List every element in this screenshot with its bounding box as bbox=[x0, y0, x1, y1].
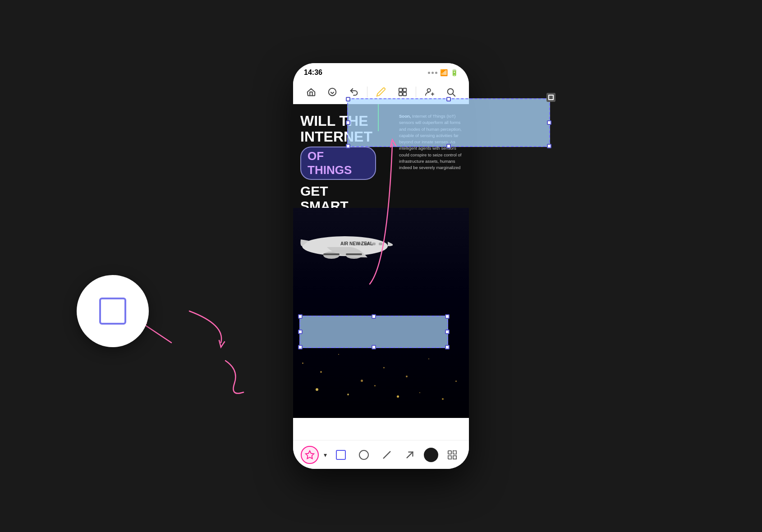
handle-bottom-left[interactable] bbox=[346, 144, 350, 148]
dropdown-button[interactable] bbox=[324, 84, 340, 100]
svg-line-19 bbox=[384, 451, 390, 458]
circle-shape-icon bbox=[359, 450, 369, 460]
status-time: 14:36 bbox=[304, 69, 322, 77]
svg-point-0 bbox=[329, 88, 336, 96]
square-shape-icon bbox=[99, 298, 126, 325]
signal-dot-2 bbox=[431, 72, 434, 74]
svg-rect-14 bbox=[379, 243, 382, 245]
translate-button[interactable] bbox=[395, 84, 411, 100]
floating-square-icon-circle bbox=[77, 275, 149, 347]
select-tool-button[interactable] bbox=[443, 446, 461, 464]
svg-rect-17 bbox=[346, 253, 362, 255]
svg-rect-4 bbox=[403, 92, 406, 96]
battery-icon: 🔋 bbox=[450, 69, 458, 76]
svg-line-20 bbox=[407, 452, 413, 458]
signal-dots bbox=[428, 72, 437, 74]
sel-handle-ml[interactable] bbox=[298, 330, 303, 334]
rectangle-tool-button[interactable] bbox=[332, 446, 350, 464]
sel-handle-tl[interactable] bbox=[298, 314, 303, 319]
home-button[interactable] bbox=[303, 84, 319, 100]
status-icons: 📶 🔋 bbox=[428, 69, 458, 76]
selection-box-right[interactable] bbox=[347, 98, 550, 147]
svg-rect-21 bbox=[448, 450, 451, 454]
toolbar-dropdown-arrow[interactable]: ▾ bbox=[324, 451, 327, 459]
sel-handle-mt[interactable] bbox=[372, 314, 376, 319]
pencil-button[interactable] bbox=[373, 84, 389, 100]
fill-color-button[interactable] bbox=[424, 448, 438, 462]
handle-bottom-right[interactable] bbox=[547, 144, 551, 148]
line-tool-button[interactable] bbox=[378, 446, 396, 464]
handle-mid-left[interactable] bbox=[346, 120, 350, 125]
selection-box-bottom[interactable] bbox=[299, 316, 448, 348]
rectangle-shape-icon bbox=[336, 450, 346, 460]
city-lights bbox=[293, 283, 469, 418]
add-person-button[interactable] bbox=[422, 84, 438, 100]
sel-handle-br[interactable] bbox=[445, 345, 450, 349]
svg-rect-16 bbox=[323, 253, 340, 255]
svg-line-7 bbox=[453, 94, 455, 96]
arrow-tool-button[interactable] bbox=[401, 446, 419, 464]
nav-separator-2 bbox=[416, 87, 416, 97]
handle-mid-top[interactable] bbox=[446, 97, 451, 101]
headline-of-things: OF THINGS bbox=[300, 147, 376, 180]
wifi-icon: 📶 bbox=[440, 69, 448, 76]
sel-handle-mb[interactable] bbox=[372, 345, 376, 349]
signal-dot-3 bbox=[435, 72, 437, 74]
signal-dot-1 bbox=[428, 72, 430, 74]
nav-separator-1 bbox=[367, 87, 367, 97]
circle-tool-button[interactable] bbox=[355, 446, 373, 464]
status-bar: 14:36 📶 🔋 bbox=[293, 63, 469, 80]
svg-rect-3 bbox=[399, 92, 402, 96]
search-button[interactable] bbox=[443, 84, 459, 100]
airplane-image: AIR NEW ZEAL bbox=[295, 215, 395, 278]
svg-rect-1 bbox=[399, 88, 402, 92]
handle-mid-bottom[interactable] bbox=[446, 144, 451, 148]
background-area: AIR NEW ZEAL bbox=[293, 208, 469, 418]
sel-handle-bl[interactable] bbox=[298, 345, 303, 349]
svg-marker-18 bbox=[306, 450, 314, 458]
sel-handle-tr[interactable] bbox=[445, 314, 450, 319]
svg-text:AIR NEW ZEAL: AIR NEW ZEAL bbox=[340, 241, 373, 246]
svg-rect-2 bbox=[403, 88, 406, 92]
handle-top-left[interactable] bbox=[346, 97, 350, 101]
bottom-toolbar: ▾ bbox=[293, 440, 469, 469]
handle-mid-right[interactable] bbox=[547, 120, 551, 125]
shapes-tool-button[interactable] bbox=[301, 446, 319, 464]
svg-point-5 bbox=[427, 89, 430, 92]
sel-handle-mr[interactable] bbox=[445, 330, 450, 334]
content-area: WILL THE INTERNET OF THINGS GET SMART IN… bbox=[293, 104, 469, 418]
